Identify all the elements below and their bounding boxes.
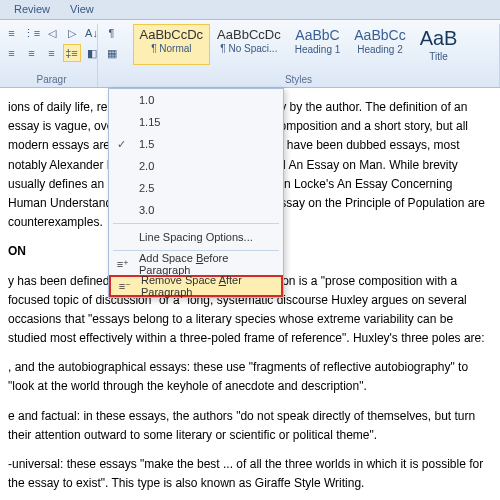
spacing-1-15[interactable]: 1.15 — [109, 111, 283, 133]
dropdown-separator-2 — [113, 250, 279, 251]
style-heading1-label: Heading 1 — [295, 44, 341, 55]
ribbon-tabs: Review View — [0, 0, 500, 20]
spacing-2-5[interactable]: 2.5 — [109, 177, 283, 199]
group-label-styles: Styles — [285, 74, 312, 87]
justify-button[interactable]: ≡ — [43, 44, 61, 62]
style-heading1[interactable]: AaBbC Heading 1 — [288, 24, 348, 65]
doc-paragraph-4: e and factual: in these essays, the auth… — [8, 407, 492, 445]
doc-paragraph-3: , and the autobiographical essays: these… — [8, 358, 492, 396]
style-heading2[interactable]: AaBbCc Heading 2 — [347, 24, 412, 65]
align-center-button[interactable]: ≡ — [3, 44, 21, 62]
line-spacing-options[interactable]: Line Spacing Options... — [109, 226, 283, 248]
spacing-1-0[interactable]: 1.0 — [109, 89, 283, 111]
decrease-indent-button[interactable]: ◁ — [43, 24, 61, 42]
group-styles: AaBbCcDc ¶ Normal AaBbCcDc ¶ No Spaci...… — [98, 24, 500, 87]
style-normal-preview: AaBbCcDc — [140, 27, 204, 42]
align-left-button[interactable]: ≡ — [0, 44, 1, 62]
style-heading1-preview: AaBbC — [295, 27, 339, 43]
increase-indent-button[interactable]: ▷ — [63, 24, 81, 42]
doc-paragraph-5: -universal: these essays "make the best … — [8, 455, 492, 493]
style-normal[interactable]: AaBbCcDc ¶ Normal — [133, 24, 211, 65]
remove-space-after-paragraph[interactable]: ≡⁻ Remove Space After Paragraph — [109, 275, 283, 297]
multilevel-list-button[interactable]: ⋮≡ — [23, 24, 41, 42]
style-heading2-preview: AaBbCc — [354, 27, 405, 43]
group-label-paragraph: Paragr — [36, 74, 66, 87]
tab-view[interactable]: View — [60, 0, 104, 19]
style-title-preview: AaB — [420, 27, 458, 50]
spacing-1-5[interactable]: 1.5 — [109, 133, 283, 155]
style-heading2-label: Heading 2 — [357, 44, 403, 55]
style-nospacing[interactable]: AaBbCcDc ¶ No Spaci... — [210, 24, 288, 65]
group-paragraph: ☰ ≡ ⋮≡ ◁ ▷ A↓ ¶ ≡ ≡ ≡ ≡ ‡≡ ◧ ▦ Paragr — [6, 24, 98, 87]
dropdown-separator-1 — [113, 223, 279, 224]
style-nospacing-label: ¶ No Spaci... — [220, 43, 277, 54]
spacing-2-0[interactable]: 2.0 — [109, 155, 283, 177]
remove-space-after-icon: ≡⁻ — [117, 278, 133, 294]
line-spacing-dropdown: 1.0 1.15 1.5 2.0 2.5 3.0 Line Spacing Op… — [108, 88, 284, 298]
style-normal-label: ¶ Normal — [151, 43, 191, 54]
number-list-button[interactable]: ≡ — [3, 24, 21, 42]
bullet-list-button[interactable]: ☰ — [0, 24, 1, 42]
align-right-button[interactable]: ≡ — [23, 44, 41, 62]
remove-space-after-label: Remove Space After Paragraph — [141, 274, 275, 298]
style-title[interactable]: AaB Title — [413, 24, 465, 65]
line-spacing-button[interactable]: ‡≡ — [63, 44, 81, 62]
tab-review[interactable]: Review — [4, 0, 60, 19]
add-space-before-icon: ≡⁺ — [115, 256, 131, 272]
spacing-3-0[interactable]: 3.0 — [109, 199, 283, 221]
add-space-before-paragraph[interactable]: ≡⁺ Add Space Before Paragraph — [109, 253, 283, 275]
ribbon: ☰ ≡ ⋮≡ ◁ ▷ A↓ ¶ ≡ ≡ ≡ ≡ ‡≡ ◧ ▦ Paragr A — [0, 20, 500, 88]
style-nospacing-preview: AaBbCcDc — [217, 27, 281, 42]
style-title-label: Title — [429, 51, 448, 62]
add-space-before-label: Add Space Before Paragraph — [139, 252, 277, 276]
